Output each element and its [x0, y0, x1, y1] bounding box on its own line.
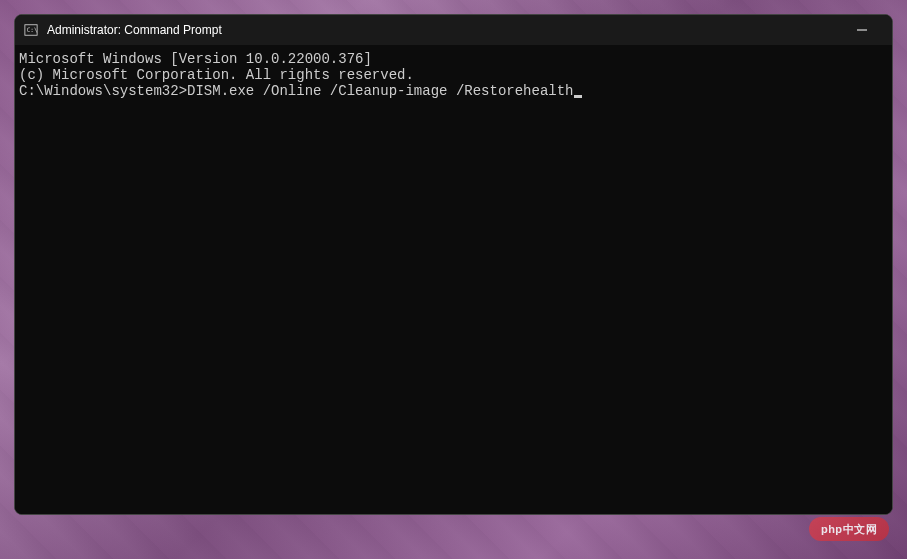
prompt: C:\Windows\system32> [19, 83, 187, 99]
copyright-line: (c) Microsoft Corporation. All rights re… [19, 67, 888, 83]
watermark-text: php中文网 [821, 522, 877, 537]
version-line: Microsoft Windows [Version 10.0.22000.37… [19, 51, 888, 67]
minimize-button[interactable] [839, 15, 884, 45]
terminal-output[interactable]: Microsoft Windows [Version 10.0.22000.37… [15, 45, 892, 514]
window-title: Administrator: Command Prompt [47, 23, 839, 37]
command-prompt-window: C:\ Administrator: Command Prompt Micros… [14, 14, 893, 515]
svg-text:C:\: C:\ [27, 26, 38, 33]
window-controls [839, 15, 884, 45]
cursor [574, 95, 582, 98]
command-input: DISM.exe /Online /Cleanup-image /Restore… [187, 83, 573, 99]
watermark-badge: php中文网 [809, 517, 889, 541]
titlebar[interactable]: C:\ Administrator: Command Prompt [15, 15, 892, 45]
command-line: C:\Windows\system32>DISM.exe /Online /Cl… [19, 83, 888, 99]
cmd-icon: C:\ [23, 22, 39, 38]
